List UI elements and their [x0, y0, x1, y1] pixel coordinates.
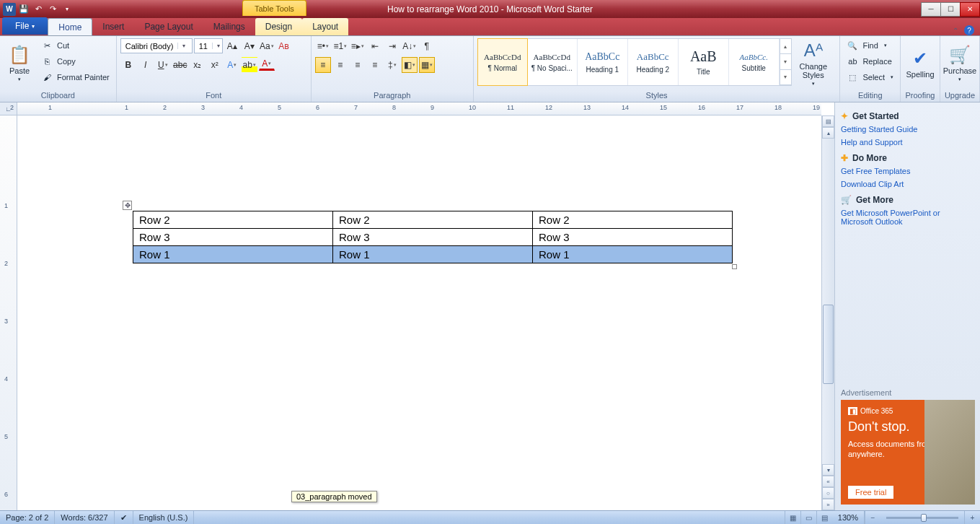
tab-page-layout[interactable]: Page Layout: [134, 18, 203, 35]
show-marks-button[interactable]: ¶: [419, 38, 435, 54]
next-page-button[interactable]: »: [822, 499, 834, 510]
highlight-button[interactable]: ab: [242, 57, 257, 73]
style-heading2[interactable]: AaBbCcHeading 2: [628, 39, 679, 85]
status-proof-icon[interactable]: ✔: [115, 511, 133, 524]
zoom-out-button[interactable]: −: [865, 511, 880, 524]
tab-design[interactable]: Design: [255, 18, 302, 35]
minimize-ribbon-icon[interactable]: ⌃: [953, 27, 958, 35]
style-subtitle[interactable]: AaBbCc.Subtitle: [729, 39, 780, 85]
styles-scroll[interactable]: ▴▾▾: [780, 39, 791, 85]
style-nospacing[interactable]: AaBbCcDd¶ No Spaci...: [527, 39, 578, 85]
browse-object-button[interactable]: ○: [822, 487, 834, 499]
replace-button[interactable]: abReplace: [844, 54, 896, 69]
bold-button[interactable]: B: [120, 57, 136, 73]
view-web-button[interactable]: ▤: [816, 511, 832, 524]
word-icon[interactable]: W: [3, 3, 16, 16]
link-get-office[interactable]: Get Microsoft PowerPoint or Microsoft Ou…: [841, 208, 974, 227]
tab-insert[interactable]: Insert: [92, 18, 134, 35]
view-fullscreen-button[interactable]: ▭: [800, 511, 816, 524]
clear-format-button[interactable]: Aʙ: [276, 38, 292, 54]
select-button[interactable]: ⬚Select▾: [844, 70, 896, 84]
save-icon[interactable]: 💾: [17, 3, 30, 16]
file-tab[interactable]: File ▾: [2, 17, 48, 35]
outdent-button[interactable]: ⇤: [367, 38, 383, 54]
page-surface[interactable]: ✥ Row 2Row 2Row 2 Row 3Row 3Row 3 Row 1R…: [17, 115, 821, 510]
close-button[interactable]: ✕: [960, 2, 980, 17]
borders-button[interactable]: ▦: [419, 57, 435, 73]
vertical-scrollbar[interactable]: ▤ ▴ ▾ « ○ »: [821, 115, 834, 510]
strike-button[interactable]: abc: [172, 57, 188, 73]
help-icon[interactable]: ?: [964, 25, 974, 35]
zoom-in-button[interactable]: +: [964, 511, 980, 524]
scroll-thumb[interactable]: [823, 305, 834, 384]
shading-button[interactable]: ◧: [402, 57, 418, 73]
ruler-toggle-icon[interactable]: ▤: [822, 115, 834, 127]
bullets-button[interactable]: ≡•: [315, 38, 331, 54]
justify-button[interactable]: ≡: [367, 57, 383, 73]
align-right-button[interactable]: ≡: [350, 57, 366, 73]
link-templates[interactable]: Get Free Templates: [841, 166, 974, 176]
subscript-button[interactable]: x₂: [190, 57, 206, 73]
font-color-button[interactable]: A: [259, 57, 275, 71]
align-left-button[interactable]: ≡: [315, 57, 331, 73]
status-words[interactable]: Words: 6/327: [55, 511, 114, 524]
spelling-button[interactable]: ✔Spelling: [904, 38, 936, 89]
table-move-handle-icon[interactable]: ✥: [123, 201, 132, 210]
style-title[interactable]: AaBTitle: [679, 39, 729, 85]
style-heading1[interactable]: AaBbCcHeading 1: [578, 39, 628, 85]
zoom-thumb[interactable]: [921, 514, 927, 522]
underline-button[interactable]: U: [155, 57, 171, 73]
scroll-down-button[interactable]: ▾: [822, 464, 834, 476]
grow-font-button[interactable]: A▴: [224, 38, 240, 54]
shrink-font-button[interactable]: A▾: [242, 38, 257, 54]
group-label-clipboard: Clipboard: [4, 90, 112, 102]
zoom-level[interactable]: 130%: [832, 511, 865, 524]
link-clipart[interactable]: Download Clip Art: [841, 179, 974, 189]
cut-button[interactable]: ✂Cut: [38, 38, 112, 53]
sort-button[interactable]: A↓: [402, 38, 418, 54]
numbering-button[interactable]: ≡1: [332, 38, 348, 54]
ad-cta-button[interactable]: Free trial: [848, 486, 893, 499]
styles-gallery[interactable]: AaBbCcDd¶ Normal AaBbCcDd¶ No Spaci... A…: [477, 38, 792, 86]
purchase-button[interactable]: 🛒Purchase▾: [944, 38, 976, 89]
table-resize-handle-icon[interactable]: [732, 264, 737, 269]
multilevel-button[interactable]: ≡▸: [350, 38, 366, 54]
font-name-combo[interactable]: Calibri (Body)▾: [120, 38, 193, 53]
maximize-button[interactable]: ☐: [940, 2, 961, 17]
find-button[interactable]: 🔍Find▾: [844, 38, 896, 53]
align-center-button[interactable]: ≡: [332, 57, 348, 73]
undo-icon[interactable]: ↶: [32, 3, 45, 16]
vertical-ruler[interactable]: 123456: [0, 115, 17, 510]
link-getting-started[interactable]: Getting Started Guide: [841, 124, 974, 134]
zoom-slider[interactable]: [886, 517, 958, 519]
tab-selector[interactable]: ∟: [0, 102, 17, 115]
style-normal[interactable]: AaBbCcDd¶ Normal: [477, 38, 528, 86]
minimize-button[interactable]: ─: [921, 2, 941, 17]
superscript-button[interactable]: x²: [207, 57, 223, 73]
vruler-tick: 6: [4, 491, 8, 498]
indent-button[interactable]: ⇥: [384, 38, 400, 54]
tab-home[interactable]: Home: [48, 18, 92, 35]
tab-mailings[interactable]: Mailings: [203, 18, 255, 35]
copy-button[interactable]: ⎘Copy: [38, 54, 112, 69]
paste-button[interactable]: 📋 Paste ▾: [4, 38, 35, 89]
horizontal-ruler[interactable]: ∟ 2112345678910111213141516171819: [0, 102, 821, 115]
status-page[interactable]: Page: 2 of 2: [0, 511, 55, 524]
status-language[interactable]: English (U.S.): [133, 511, 195, 524]
prev-page-button[interactable]: «: [822, 476, 834, 487]
qat-customize-icon[interactable]: ▾: [61, 3, 74, 16]
tab-layout[interactable]: Layout: [302, 18, 348, 35]
link-help-support[interactable]: Help and Support: [841, 137, 974, 147]
change-styles-button[interactable]: Aᴬ Change Styles ▾: [795, 38, 832, 89]
redo-icon[interactable]: ↷: [46, 3, 59, 16]
line-spacing-button[interactable]: ‡: [384, 57, 400, 73]
advertisement[interactable]: ◧Office 365 Don't stop. Access documents…: [841, 400, 975, 505]
view-print-layout-button[interactable]: ▦: [785, 511, 800, 524]
change-case-button[interactable]: Aa: [259, 38, 275, 54]
document-table[interactable]: Row 2Row 2Row 2 Row 3Row 3Row 3 Row 1Row…: [133, 211, 733, 263]
text-effects-button[interactable]: A: [224, 57, 240, 73]
font-size-combo[interactable]: 11▾: [194, 38, 223, 53]
italic-button[interactable]: I: [138, 57, 154, 73]
scroll-up-button[interactable]: ▴: [822, 127, 834, 139]
format-painter-button[interactable]: 🖌Format Painter: [38, 70, 112, 84]
